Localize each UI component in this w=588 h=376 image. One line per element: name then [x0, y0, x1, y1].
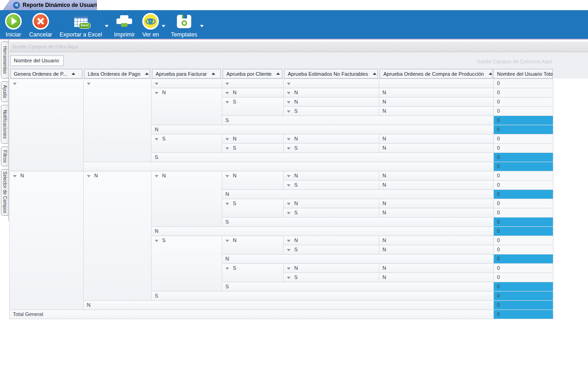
pivot-group-cell[interactable]: N	[284, 264, 379, 273]
pivot-group-cell[interactable]: N	[222, 88, 284, 97]
data-column-header[interactable]: Nombre del Usuario Total	[493, 69, 553, 79]
pivot-group-cell[interactable]	[152, 79, 222, 88]
field-header-aprueba-ordenes-de-compra-de-producci-n[interactable]: Aprueba Ordenes de Compra de Producción	[380, 69, 492, 79]
collapse-arrow-icon[interactable]	[13, 83, 17, 85]
collapse-arrow-icon[interactable]	[287, 101, 291, 103]
total-value-cell[interactable]: 0	[494, 199, 553, 208]
total-value-cell-highlighted[interactable]: 0	[494, 310, 553, 319]
collapse-arrow-icon[interactable]	[155, 92, 158, 94]
pivot-group-cell[interactable]: N	[284, 97, 379, 107]
pivot-group-cell[interactable]: N	[152, 88, 222, 125]
filter-drop-zone[interactable]: Suelte Campos de Filtro Aquí	[9, 42, 588, 52]
field-header-genera-ordenes-de-p[interactable]: Genera Ordenes de P...	[10, 69, 82, 79]
pivot-group-cell[interactable]: S	[284, 273, 379, 282]
total-value-cell-highlighted[interactable]: 0	[494, 301, 553, 310]
collapse-arrow-icon[interactable]	[155, 240, 158, 242]
collapse-arrow-icon[interactable]	[287, 92, 291, 94]
field-header-aprueba-por-cliente[interactable]: Aprueba por Cliente	[223, 69, 282, 79]
collapse-arrow-icon[interactable]	[225, 267, 229, 270]
collapse-arrow-icon[interactable]	[287, 147, 291, 150]
collapse-arrow-icon[interactable]	[13, 175, 17, 177]
collapse-arrow-icon[interactable]	[287, 249, 291, 251]
pivot-group-cell[interactable]	[284, 79, 379, 88]
pivot-group-cell[interactable]: N	[284, 171, 379, 181]
pivot-group-cell[interactable]: N	[284, 199, 379, 208]
total-value-cell[interactable]: 0	[494, 107, 553, 116]
toolbar-button-iniciar[interactable]: Iniciar	[1, 10, 25, 39]
collapse-arrow-icon[interactable]	[287, 267, 291, 270]
total-value-cell-highlighted[interactable]: 0	[494, 255, 553, 264]
total-value-cell[interactable]: 0	[494, 144, 553, 153]
field-header-libra-ordenes-de-pago[interactable]: Libra Ordenes de Pago	[84, 69, 150, 79]
pivot-group-cell[interactable]: S	[222, 97, 284, 116]
collapse-arrow-icon[interactable]	[225, 240, 229, 242]
pivot-group-cell[interactable]: N	[284, 236, 379, 245]
collapse-arrow-icon[interactable]	[87, 175, 91, 177]
collapse-arrow-icon[interactable]	[287, 83, 291, 85]
total-value-cell-highlighted[interactable]: 0	[494, 227, 553, 236]
column-drop-zone[interactable]: Suelte Campos de Columna Aquí	[477, 59, 552, 64]
pivot-group-cell[interactable]: N	[222, 134, 284, 144]
collapse-arrow-icon[interactable]	[287, 110, 291, 113]
total-value-cell-highlighted[interactable]: 0	[494, 282, 553, 291]
pivot-group-cell[interactable]: N	[222, 171, 284, 190]
total-value-cell[interactable]: 0	[494, 97, 553, 107]
collapse-arrow-icon[interactable]	[225, 147, 229, 150]
total-value-cell[interactable]: 0	[494, 181, 553, 190]
filter-field-chip[interactable]: Nombre del Usuario	[10, 55, 64, 66]
collapse-arrow-icon[interactable]	[155, 138, 158, 140]
document-tab[interactable]: Reporte Dinámico de Usuarios	[3, 0, 97, 10]
total-value-cell-highlighted[interactable]: 0	[494, 162, 553, 171]
toolbar-button-exportar-a-excel[interactable]: Exportar a Excel	[56, 10, 106, 39]
toolbar-button-imprimir[interactable]: Imprimir	[110, 10, 139, 39]
field-header-aprueba-estimados-no-facturables[interactable]: Aprueba Estimados No Facturables	[284, 69, 378, 79]
total-value-cell-highlighted[interactable]: 0	[494, 153, 553, 162]
total-value-cell[interactable]: 0	[494, 236, 553, 245]
pivot-group-cell[interactable]: N	[152, 171, 222, 227]
pivot-group-cell[interactable]: N	[284, 134, 379, 144]
pivot-group-cell[interactable]	[84, 79, 152, 162]
pivot-group-cell[interactable]: S	[222, 144, 284, 153]
total-value-cell[interactable]: 0	[494, 273, 553, 282]
collapse-arrow-icon[interactable]	[287, 203, 291, 205]
side-tab-ayuda[interactable]: Ayuda	[1, 81, 8, 102]
pivot-group-cell[interactable]: S	[284, 144, 379, 153]
pivot-group-cell[interactable]: S	[222, 199, 284, 218]
pivot-group-cell[interactable]: N	[284, 88, 379, 97]
collapse-arrow-icon[interactable]	[287, 138, 291, 140]
collapse-arrow-icon[interactable]	[287, 277, 291, 279]
total-value-cell[interactable]: 0	[494, 88, 553, 97]
side-tab-filtros[interactable]: Filtros	[1, 146, 8, 166]
total-value-cell-highlighted[interactable]: 0	[494, 125, 553, 134]
collapse-arrow-icon[interactable]	[225, 101, 229, 103]
collapse-arrow-icon[interactable]	[225, 138, 229, 140]
collapse-arrow-icon[interactable]	[287, 212, 291, 214]
toolbar-button-templates[interactable]: Templates	[167, 10, 201, 39]
collapse-arrow-icon[interactable]	[225, 92, 229, 94]
pivot-group-cell[interactable]	[222, 79, 284, 88]
side-tab-notificaciones[interactable]: Notificaciones	[1, 105, 8, 144]
collapse-arrow-icon[interactable]	[155, 175, 158, 177]
total-value-cell-highlighted[interactable]: 0	[494, 291, 553, 301]
toolbar-button-ver-en[interactable]: Ver en	[139, 10, 163, 39]
total-value-cell[interactable]: 0	[494, 134, 553, 144]
pivot-group-cell[interactable]	[10, 79, 84, 171]
collapse-arrow-icon[interactable]	[87, 83, 91, 85]
total-value-cell[interactable]: 0	[494, 245, 553, 255]
pivot-group-cell[interactable]: S	[152, 134, 222, 153]
pivot-group-cell[interactable]: N	[10, 171, 84, 310]
collapse-arrow-icon[interactable]	[287, 175, 291, 177]
total-value-cell[interactable]: 0	[494, 171, 553, 181]
collapse-arrow-icon[interactable]	[225, 175, 229, 177]
dropdown-arrow-icon[interactable]	[162, 25, 165, 27]
total-value-cell-highlighted[interactable]: 0	[494, 116, 553, 125]
total-value-cell-highlighted[interactable]: 0	[494, 218, 553, 227]
field-header-aprueba-para-facturar[interactable]: Aprueba para Facturar	[152, 69, 221, 79]
collapse-arrow-icon[interactable]	[287, 240, 291, 242]
collapse-arrow-icon[interactable]	[155, 83, 158, 85]
total-value-cell[interactable]: 0	[494, 264, 553, 273]
side-tab-herramientas[interactable]: Herramientas	[1, 42, 8, 79]
pivot-group-cell[interactable]: S	[152, 236, 222, 291]
collapse-arrow-icon[interactable]	[225, 203, 229, 205]
dropdown-arrow-icon[interactable]	[200, 25, 204, 27]
